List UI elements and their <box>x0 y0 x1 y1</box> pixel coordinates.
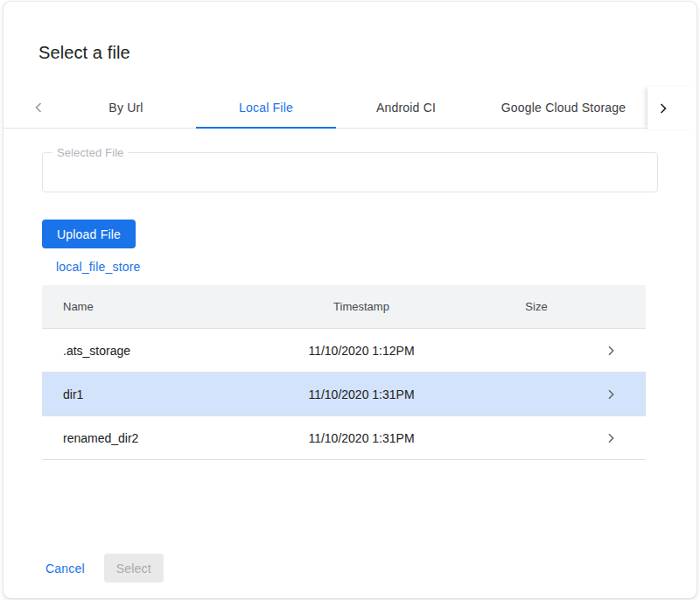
tab-google-cloud-storage[interactable]: Google Cloud Storage <box>476 87 651 128</box>
selected-file-input[interactable] <box>43 153 657 192</box>
tab-local-file[interactable]: Local File <box>196 87 336 128</box>
select-button[interactable]: Select <box>104 554 164 583</box>
chevron-right-icon <box>654 100 672 117</box>
tab-bar: By Url Local File Android CI Google Clou… <box>4 87 696 129</box>
file-timestamp: 11/10/2020 1:31PM <box>252 387 471 401</box>
tabs-scroll-right-button[interactable] <box>648 87 696 129</box>
dialog-title: Select a file <box>4 2 696 63</box>
row-chevron-right-icon[interactable] <box>604 387 618 401</box>
selected-file-label: Selected File <box>52 146 128 159</box>
tab-panel-local-file: Selected File Upload File local_file_sto… <box>4 152 696 583</box>
upload-file-button[interactable]: Upload File <box>42 220 136 248</box>
column-header-timestamp: Timestamp <box>252 300 471 313</box>
tab-android-ci[interactable]: Android CI <box>336 87 476 128</box>
file-name: renamed_dir2 <box>42 431 252 445</box>
selected-file-field: Selected File <box>42 152 658 192</box>
file-name: dir1 <box>42 387 252 401</box>
column-header-size: Size <box>471 300 602 313</box>
file-timestamp: 11/10/2020 1:12PM <box>252 344 471 358</box>
row-chevron-right-icon[interactable] <box>604 431 618 445</box>
file-table: Name Timestamp Size .ats_storage 11/10/2… <box>42 285 646 460</box>
table-row-ats-storage[interactable]: .ats_storage 11/10/2020 1:12PM <box>42 329 646 373</box>
chevron-left-icon <box>30 99 47 116</box>
table-row-renamed-dir2[interactable]: renamed_dir2 11/10/2020 1:31PM <box>42 416 646 460</box>
dialog-footer: Cancel Select <box>38 554 658 583</box>
column-header-name: Name <box>42 300 252 313</box>
select-file-dialog: Select a file By Url Local File Android … <box>4 2 696 598</box>
row-chevron-right-icon[interactable] <box>604 344 618 358</box>
table-row-dir1[interactable]: dir1 11/10/2020 1:31PM <box>42 373 646 416</box>
breadcrumb-local-file-store[interactable]: local_file_store <box>56 260 141 274</box>
table-header-row: Name Timestamp Size <box>42 285 646 329</box>
tab-by-url[interactable]: By Url <box>56 87 196 128</box>
cancel-button[interactable]: Cancel <box>38 555 92 583</box>
file-timestamp: 11/10/2020 1:31PM <box>252 431 471 445</box>
file-name: .ats_storage <box>42 344 252 358</box>
tabs-scroll-left-button[interactable] <box>21 87 56 128</box>
